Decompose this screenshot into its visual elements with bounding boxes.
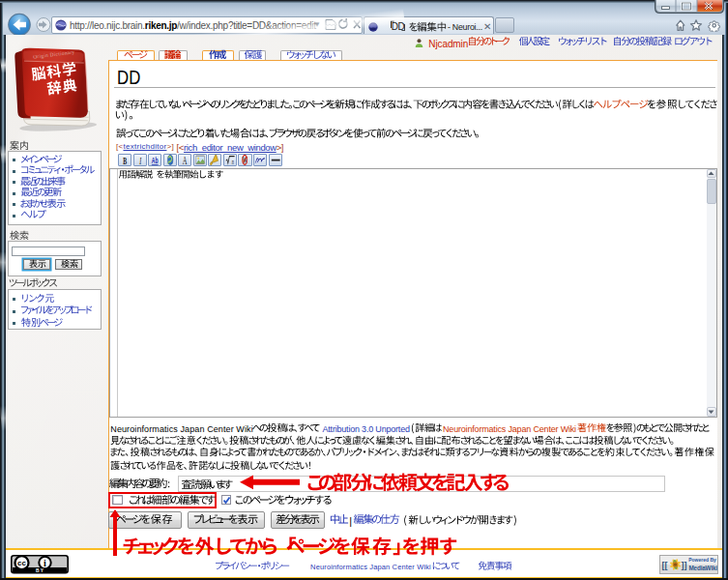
svg-text:Powered By: Powered By <box>688 557 716 563</box>
svg-text:B Y: B Y <box>36 568 44 573</box>
svg-text:cc: cc <box>17 559 26 567</box>
svg-text:[[: [[ <box>662 561 668 570</box>
svg-text:I: I <box>138 155 141 166</box>
svg-text:A: A <box>183 155 188 166</box>
svg-text:n: n <box>232 157 234 165</box>
svg-text:MediaWiki: MediaWiki <box>689 565 718 571</box>
svg-text:Ab: Ab <box>152 155 159 165</box>
svg-text:]]: ]] <box>682 561 687 570</box>
svg-text:i: i <box>44 558 46 568</box>
svg-text:B: B <box>123 155 127 166</box>
